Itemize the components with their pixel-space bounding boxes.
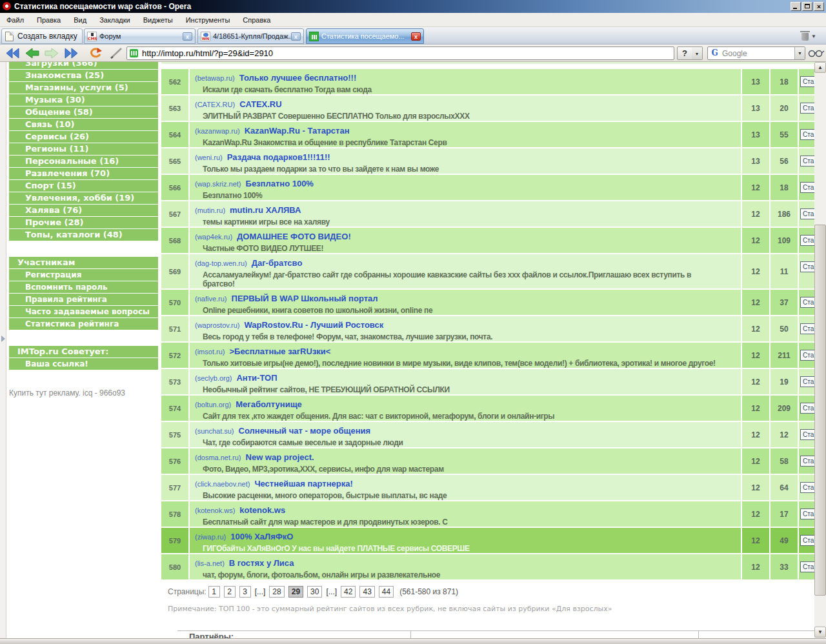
site-title-link[interactable]: Анти-ТОП — [236, 373, 277, 383]
site-title-link[interactable]: >Бесплатные загRUзки< — [229, 347, 330, 356]
menu-правка[interactable]: Правка — [30, 16, 67, 24]
sidebar-members-item[interactable]: Регистрация — [9, 269, 158, 281]
site-title-link[interactable]: CATEX.RU — [239, 99, 281, 109]
sidebar-members-item[interactable]: Часто задаваемые вопросы — [9, 306, 158, 317]
scroll-up-arrow[interactable]: ▲ — [814, 62, 826, 73]
site-domain-link[interactable]: (mutin.ru) — [195, 206, 225, 214]
stats-button[interactable]: Ста — [800, 129, 814, 140]
site-domain-link[interactable]: (click.naebov.net) — [195, 480, 250, 488]
site-domain-link[interactable]: (kotenok.ws) — [195, 507, 235, 514]
scroll-thumb[interactable] — [814, 225, 826, 596]
tab-close-icon[interactable]: x — [411, 32, 421, 41]
vertical-scrollbar[interactable]: ▲ ▼ — [814, 62, 826, 638]
stats-button[interactable]: Ста — [800, 456, 814, 467]
restore-button[interactable] — [802, 2, 812, 11]
menu-файл[interactable]: Файл — [0, 16, 30, 24]
stats-button[interactable]: Ста — [800, 482, 814, 493]
stats-button[interactable]: Ста — [800, 156, 814, 166]
menu-вид[interactable]: Вид — [67, 16, 93, 24]
sidebar-category[interactable]: Регионы (11) — [9, 143, 158, 155]
page-number[interactable]: 30 — [307, 586, 322, 598]
panel-toggle-handle[interactable] — [1, 330, 6, 347]
site-title-link[interactable]: Мегаболтунище — [236, 399, 302, 409]
sidebar-category[interactable]: Увлечения, хобби (19) — [9, 192, 158, 204]
compose-icon[interactable] — [107, 46, 125, 61]
site-domain-link[interactable]: (dosma.net.ru) — [195, 454, 241, 461]
site-domain-link[interactable]: (CATEX.RU) — [195, 101, 235, 108]
stats-button[interactable]: Ста — [800, 561, 814, 572]
stats-button[interactable]: Ста — [800, 403, 814, 414]
site-title-link[interactable]: KazanWap.Ru - Татарстан — [245, 126, 350, 136]
help-dropdown[interactable]: ▼ — [692, 46, 703, 60]
scroll-down-arrow[interactable]: ▼ — [814, 627, 826, 638]
url-field[interactable]: http://imtop.ru/html/?p=29&id=2910 — [126, 46, 674, 60]
sidebar-category[interactable]: Развлечения (70) — [9, 168, 158, 179]
sidebar-advise-item[interactable]: Ваша ссылка! — [9, 358, 158, 370]
page-number[interactable]: 43 — [359, 586, 374, 598]
site-domain-link[interactable]: (wap.skriz.net) — [195, 180, 241, 188]
site-domain-link[interactable]: (nafive.ru) — [195, 295, 227, 303]
site-domain-link[interactable]: (ziwap.ru) — [195, 533, 226, 541]
sidebar-category[interactable]: Персональные (16) — [9, 156, 158, 167]
menu-справка[interactable]: Справка — [236, 16, 277, 24]
stats-button[interactable]: Ста — [800, 429, 814, 440]
new-tab-button[interactable]: Создать вкладку — [1, 28, 83, 44]
site-domain-link[interactable]: (sunchat.su) — [195, 427, 234, 435]
site-title-link[interactable]: В гостях у Лиса — [229, 558, 294, 568]
page-number[interactable]: 1 — [208, 586, 220, 598]
site-title-link[interactable]: ДОМАШНЕЕ ФОТО ВИДЕО! — [237, 232, 351, 241]
page-number[interactable]: 42 — [341, 586, 356, 598]
site-domain-link[interactable]: (betawap.ru) — [195, 74, 235, 82]
minimize-button[interactable] — [791, 2, 801, 11]
stats-button[interactable]: Ста — [800, 535, 814, 546]
stats-button[interactable]: Ста — [800, 508, 814, 519]
site-title-link[interactable]: WapRostov.Ru - Лучший Ростовск — [244, 320, 383, 330]
horizontal-scrollbar[interactable] — [0, 638, 826, 644]
site-domain-link[interactable]: (kazanwap.ru) — [195, 127, 240, 135]
sidebar-category[interactable]: Прочие (28) — [9, 217, 158, 228]
site-domain-link[interactable]: (imsot.ru) — [195, 348, 225, 356]
stats-button[interactable]: Ста — [800, 235, 814, 246]
sidebar-category[interactable]: Общение (58) — [9, 106, 158, 118]
sidebar-advise-header[interactable]: IMTop.ru Советует: — [9, 346, 158, 357]
site-title-link[interactable]: mutin.ru ХАЛЯВА — [230, 205, 301, 215]
page-number[interactable]: 29 — [288, 586, 303, 598]
site-title-link[interactable]: kotenok.ws — [239, 505, 285, 515]
sidebar-category[interactable]: Магазины, услуги (5) — [9, 82, 158, 94]
menu-инструменты[interactable]: Инструменты — [179, 16, 237, 24]
rewind-button[interactable] — [4, 46, 22, 61]
stats-button[interactable]: Ста — [800, 376, 814, 387]
tab-2[interactable]: WN4/18651-Купля/Продаж...x — [197, 28, 304, 44]
zoom-glasses-icon[interactable] — [808, 48, 825, 58]
site-title-link[interactable]: Только лучшее бесплатно!!! — [239, 73, 356, 83]
site-domain-link[interactable]: (wap4ek.ru) — [195, 233, 232, 241]
page-number[interactable]: 2 — [224, 586, 236, 598]
sidebar-category[interactable]: Сервисы (26) — [9, 131, 158, 143]
search-dropdown[interactable]: ▼ — [794, 47, 805, 59]
stats-button[interactable]: Ста — [800, 350, 814, 361]
sidebar-category[interactable]: Спорт (15) — [9, 180, 158, 192]
sidebar-members-header[interactable]: Участникам — [9, 257, 158, 268]
site-title-link[interactable]: Честнейшая партнерка! — [254, 479, 352, 488]
stats-button[interactable]: Ста — [800, 208, 814, 219]
site-domain-link[interactable]: (seclyb.org) — [195, 374, 232, 382]
tab-close-icon[interactable]: x — [183, 32, 192, 41]
site-domain-link[interactable]: (dag-top.wen.ru) — [195, 259, 247, 267]
site-title-link[interactable]: ПЕРВЫЙ В WAP Школьный портал — [232, 294, 378, 303]
sidebar-category[interactable]: Связь (10) — [9, 119, 158, 130]
sidebar-category[interactable]: Халява (76) — [9, 205, 158, 216]
tab-close-icon[interactable]: x — [291, 32, 301, 41]
stats-button[interactable]: Ста — [800, 323, 814, 334]
reload-button[interactable] — [86, 46, 105, 61]
stats-button[interactable]: Ста — [800, 76, 814, 87]
site-title-link[interactable]: Солнечный чат - море общения — [239, 426, 371, 436]
stats-button[interactable]: Ста — [800, 103, 814, 114]
page-number[interactable]: 44 — [379, 586, 394, 598]
site-domain-link[interactable]: (waprostov.ru) — [195, 321, 239, 329]
sidebar-category[interactable]: Музыка (30) — [9, 94, 158, 106]
back-button[interactable] — [23, 46, 41, 61]
site-title-link[interactable]: New wap project. — [246, 452, 314, 462]
site-title-link[interactable]: Безплатно 100% — [246, 179, 314, 188]
site-title-link[interactable]: Даг-братсво — [252, 258, 303, 268]
trash-icon[interactable]: ▼ — [801, 30, 821, 42]
